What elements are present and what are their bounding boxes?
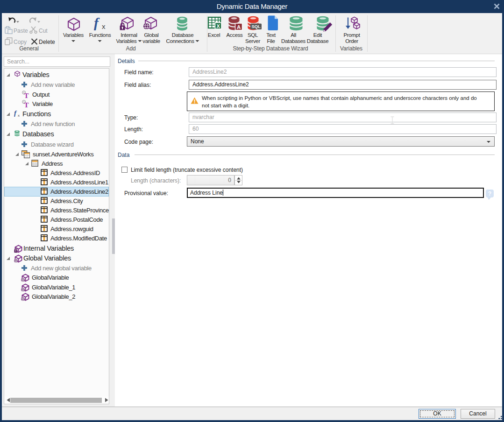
svg-text:SQL: SQL: [252, 24, 261, 29]
svg-text:f: f: [94, 16, 100, 30]
svg-text:x: x: [18, 113, 20, 117]
svg-text:A: A: [237, 24, 241, 30]
svg-text:f: f: [14, 109, 17, 117]
svg-text:X: X: [217, 23, 220, 29]
svg-text:x: x: [102, 22, 106, 30]
